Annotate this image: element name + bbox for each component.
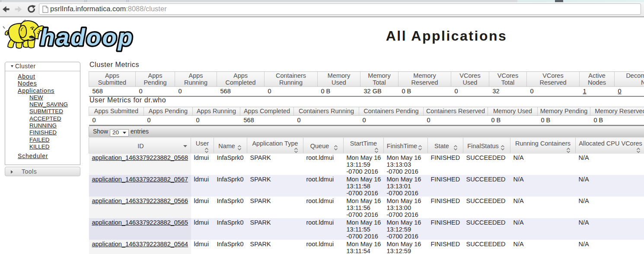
svg-text:hadoop: hadoop [40,24,134,51]
